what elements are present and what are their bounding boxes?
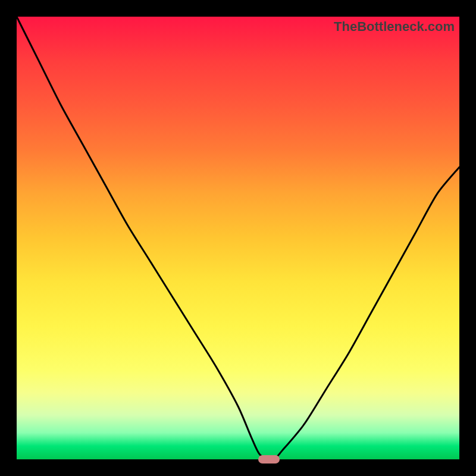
curve-path [17,17,459,459]
plot-area: TheBottleneck.com [17,17,459,459]
chart-frame: TheBottleneck.com [0,0,476,476]
optimal-marker [258,455,280,464]
bottleneck-curve [17,17,459,459]
